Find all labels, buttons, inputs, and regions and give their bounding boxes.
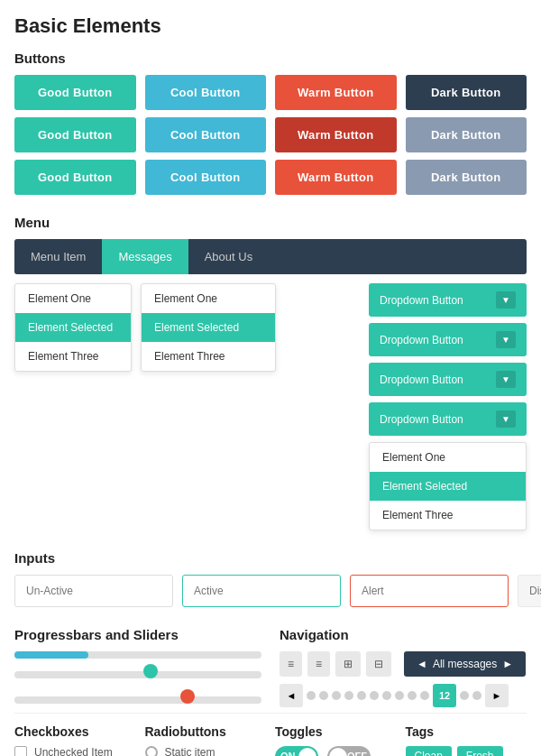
input-active[interactable]	[182, 575, 341, 607]
dd2-item-selected[interactable]: Element Selected	[142, 313, 275, 342]
button-row-1: Good Button Cool Button Warm Button Dark…	[14, 75, 527, 110]
menu-right-dropdowns: Dropdown Button ▼ Dropdown Button ▼ Drop…	[369, 283, 527, 530]
dd1-item-3[interactable]: Element Three	[15, 342, 131, 371]
menu-dropdowns-area: Element One Element Selected Element Thr…	[14, 283, 527, 530]
dropdown-btn-1[interactable]: Dropdown Button ▼	[369, 283, 527, 317]
dropdown-btn-2[interactable]: Dropdown Button ▼	[369, 323, 527, 356]
toggle-off[interactable]: OFF	[327, 746, 371, 756]
checkbox-box-1	[14, 746, 27, 756]
dropdown-btn-2-label: Dropdown Button	[380, 334, 463, 346]
nav-prev-arrow: ◄	[417, 658, 427, 670]
warm-button-3[interactable]: Warm Button	[275, 160, 397, 195]
checkbox-label-1: Unchecked Item	[34, 746, 113, 756]
dropdown-arrow-3: ▼	[496, 371, 516, 388]
page-current[interactable]: 12	[433, 684, 456, 707]
page-next-btn[interactable]: ►	[485, 684, 509, 707]
input-unactive[interactable]	[14, 575, 173, 607]
good-button-1[interactable]: Good Button	[14, 75, 136, 110]
toggle-on[interactable]: ON	[275, 746, 318, 756]
navigation-section: Navigation ≡ ≡ ⊞ ⊟ ◄ All messages ► ◄ 12	[280, 627, 527, 709]
ddopen-item-1[interactable]: Element One	[370, 443, 526, 472]
checkbox-unchecked-1[interactable]: Unchecked Item	[14, 746, 136, 756]
toggles-section: Toggles ON OFF ✓ — ✕	[275, 724, 397, 756]
buttons-section: Buttons Good Button Cool Button Warm But…	[14, 51, 527, 195]
dropdown-btn-4[interactable]: Dropdown Button ▼	[369, 402, 527, 436]
slider-thumb-1[interactable]	[143, 664, 158, 678]
dropdown-btn-3[interactable]: Dropdown Button ▼	[369, 363, 527, 396]
tag-fresh[interactable]: Fresh	[457, 746, 503, 756]
dd1-item-selected[interactable]: Element Selected	[15, 313, 131, 342]
checkboxes-heading: Checkboxes	[14, 724, 136, 739]
page-dot-4	[344, 691, 353, 700]
slider-1-track	[14, 671, 261, 678]
nav-next-arrow: ►	[502, 658, 513, 670]
progress-fill-1	[14, 651, 88, 659]
page-dot-9	[408, 691, 417, 700]
checkboxes-section: Checkboxes Unchecked Item Item on Hover …	[14, 724, 136, 756]
progressbars-section: Progressbars and Sliders	[14, 627, 261, 709]
cool-button-1[interactable]: Cool Button	[145, 75, 267, 110]
dropdown-btn-4-label: Dropdown Button	[380, 413, 463, 426]
page-dot-5	[357, 691, 366, 700]
ddopen-item-3[interactable]: Element Three	[370, 501, 526, 530]
progress-nav-row: Progressbars and Sliders Navigation ≡	[14, 627, 527, 709]
pagination-row: ◄ 12 ►	[280, 684, 527, 707]
dropdown-arrow-4: ▼	[496, 410, 516, 428]
slider-fill-2	[14, 696, 188, 704]
dropdown-open-list: Element One Element Selected Element Thr…	[369, 442, 527, 530]
cool-button-2[interactable]: Cool Button	[145, 117, 267, 152]
menu-heading: Menu	[14, 215, 527, 230]
inputs-heading: Inputs	[14, 550, 527, 566]
dropdown-arrow-2: ▼	[496, 331, 516, 348]
progress-bars	[14, 651, 261, 709]
tags-heading: Tags	[406, 724, 527, 739]
cool-button-3[interactable]: Cool Button	[145, 160, 267, 195]
dd2-item-1[interactable]: Element One	[142, 284, 275, 313]
menu-item-messages[interactable]: Messages	[102, 239, 188, 274]
tag-fresh-label: Fresh	[466, 750, 494, 756]
menu-section: Menu Menu Item Messages About Us Element…	[14, 215, 527, 530]
tags-row-1: Clean Fresh Pop	[406, 746, 527, 756]
nav-list-icon-2[interactable]: ≡	[307, 651, 330, 677]
tags-section: Tags Clean Fresh Pop Unique ✕ +	[406, 724, 527, 756]
good-button-3[interactable]: Good Button	[14, 160, 136, 195]
good-button-2[interactable]: Good Button	[14, 117, 136, 152]
nav-grid-icon-1[interactable]: ⊞	[335, 651, 361, 677]
page-dot-7	[382, 691, 391, 700]
radio-static-1[interactable]: Static item	[145, 746, 267, 756]
input-alert[interactable]	[350, 575, 509, 607]
input-disabled	[518, 575, 541, 607]
slider-2-track	[14, 696, 261, 704]
dark-button-2[interactable]: Dark Button	[406, 117, 527, 152]
slider-fill-1	[14, 671, 151, 678]
nav-icons-row: ≡ ≡ ⊞ ⊟ ◄ All messages ►	[280, 651, 527, 677]
page-dot-8	[395, 691, 404, 700]
dark-button-1[interactable]: Dark Button	[406, 75, 527, 110]
warm-button-1[interactable]: Warm Button	[275, 75, 397, 110]
page-prev-btn[interactable]: ◄	[280, 684, 303, 707]
tag-clean-label: Clean	[415, 750, 443, 756]
toggle-off-label: OFF	[347, 751, 367, 756]
slider-thumb-2[interactable]	[180, 689, 195, 704]
warm-button-2[interactable]: Warm Button	[275, 117, 397, 152]
progress-bar-1	[14, 651, 261, 659]
menu-left-dropdowns: Element One Element Selected Element Thr…	[14, 283, 358, 530]
dropdown-arrow-1: ▼	[496, 291, 516, 309]
menu-item-aboutus[interactable]: About Us	[188, 239, 269, 274]
menu-item-menuitem[interactable]: Menu Item	[14, 239, 102, 274]
nav-list-icon-1[interactable]: ≡	[280, 651, 302, 677]
radiobuttons-section: Radiobuttons Static item Item on Hover C…	[145, 724, 267, 756]
dd1-item-1[interactable]: Element One	[15, 284, 131, 313]
navigation-heading: Navigation	[280, 627, 527, 642]
progress-heading: Progressbars and Sliders	[14, 627, 261, 642]
dark-button-3[interactable]: Dark Button	[406, 160, 527, 195]
inputs-row	[14, 575, 527, 607]
ddopen-item-selected[interactable]: Element Selected	[370, 472, 526, 501]
toggle-on-label: ON	[280, 751, 296, 756]
all-messages-button[interactable]: ◄ All messages ►	[404, 651, 526, 677]
button-row-3: Good Button Cool Button Warm Button Dark…	[14, 160, 527, 195]
tag-clean[interactable]: Clean	[406, 746, 452, 756]
dd2-item-3[interactable]: Element Three	[142, 342, 275, 371]
nav-grid-icon-2[interactable]: ⊟	[366, 651, 391, 677]
toggle-off-knob	[329, 748, 347, 756]
